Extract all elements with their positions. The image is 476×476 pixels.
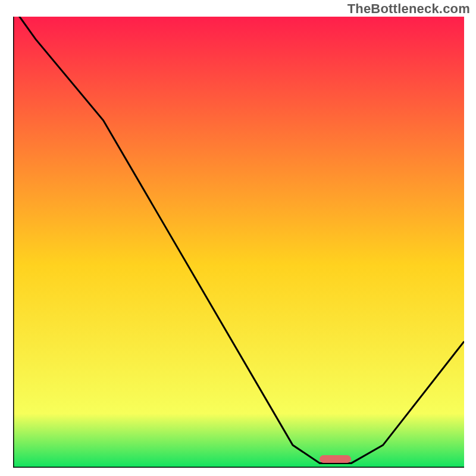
chart-frame: TheBottleneck.com — [0, 0, 476, 476]
bottleneck-chart — [13, 17, 464, 468]
gradient-background — [13, 17, 464, 468]
optimal-range-marker — [320, 455, 351, 463]
watermark-text: TheBottleneck.com — [347, 1, 470, 17]
